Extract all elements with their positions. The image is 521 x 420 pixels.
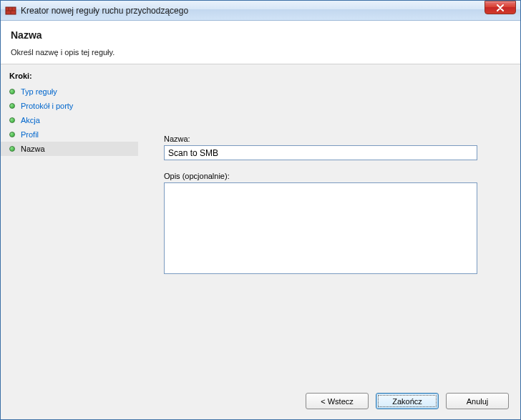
steps-title: Kroki: bbox=[1, 72, 138, 84]
cancel-button[interactable]: Anuluj bbox=[446, 393, 509, 409]
button-row: < Wstecz Zakończ Anuluj bbox=[1, 386, 520, 419]
step-label: Profil bbox=[21, 130, 39, 139]
name-input[interactable] bbox=[164, 145, 477, 160]
header-panel: Nazwa Określ nazwę i opis tej reguły. bbox=[1, 21, 520, 64]
step-profile[interactable]: Profil bbox=[1, 127, 138, 142]
finish-button[interactable]: Zakończ bbox=[376, 393, 439, 409]
titlebar: Kreator nowej reguły ruchu przychodząceg… bbox=[1, 1, 520, 21]
bullet-icon bbox=[9, 117, 15, 123]
name-label: Nazwa: bbox=[164, 135, 505, 143]
step-rule-type[interactable]: Typ reguły bbox=[1, 84, 138, 99]
name-field-block: Nazwa: bbox=[164, 135, 505, 160]
close-button[interactable] bbox=[485, 1, 516, 14]
page-subtitle: Określ nazwę i opis tej reguły. bbox=[11, 48, 510, 57]
window-title: Kreator nowej reguły ruchu przychodząceg… bbox=[21, 6, 517, 16]
step-label: Protokół i porty bbox=[21, 102, 73, 110]
description-input[interactable] bbox=[164, 182, 477, 274]
step-label: Typ reguły bbox=[21, 87, 57, 96]
back-button[interactable]: < Wstecz bbox=[306, 393, 369, 409]
firewall-icon bbox=[5, 5, 16, 16]
bullet-icon bbox=[9, 89, 15, 94]
description-label: Opis (opcjonalnie): bbox=[164, 172, 505, 180]
main-panel: Nazwa: Opis (opcjonalnie): bbox=[138, 64, 520, 386]
steps-sidebar: Kroki: Typ reguły Protokół i porty Akcja… bbox=[1, 64, 138, 386]
step-action[interactable]: Akcja bbox=[1, 113, 138, 127]
form-area: Nazwa: Opis (opcjonalnie): bbox=[164, 135, 505, 288]
description-field-block: Opis (opcjonalnie): bbox=[164, 172, 505, 276]
step-protocol-ports[interactable]: Protokół i porty bbox=[1, 99, 138, 113]
step-label: Nazwa bbox=[21, 145, 45, 153]
bullet-icon bbox=[9, 132, 15, 137]
close-icon bbox=[496, 4, 505, 11]
page-title: Nazwa bbox=[11, 29, 510, 41]
body-area: Kroki: Typ reguły Protokół i porty Akcja… bbox=[1, 64, 520, 386]
wizard-window: Kreator nowej reguły ruchu przychodząceg… bbox=[0, 0, 521, 420]
step-name[interactable]: Nazwa bbox=[1, 142, 138, 156]
step-label: Akcja bbox=[21, 116, 40, 124]
bullet-icon bbox=[9, 103, 15, 109]
bullet-icon bbox=[9, 146, 15, 152]
